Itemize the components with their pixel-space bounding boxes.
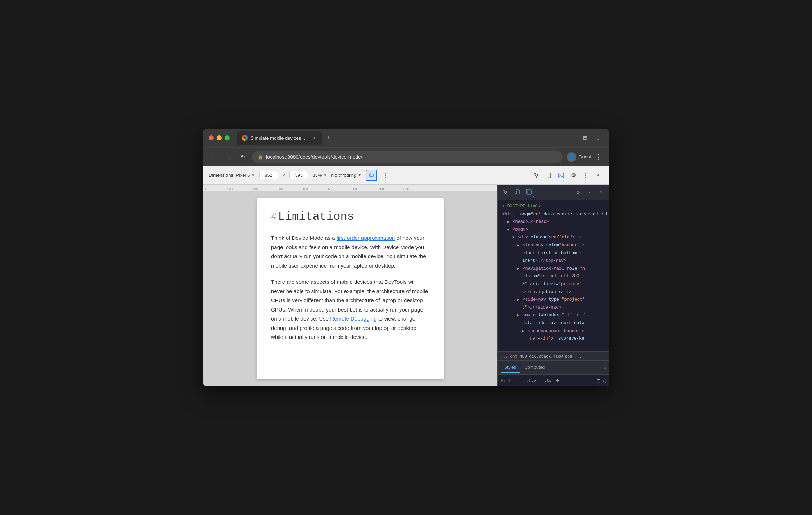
profile-avatar: 👤 <box>567 152 576 162</box>
html-navrail-class: class="lg:pad-left-200 <box>502 273 605 281</box>
close-window-button[interactable] <box>209 135 214 140</box>
viewport-container: 0 100 200 300 400 500 600 700 800 # Limi… <box>203 185 497 386</box>
profile-label: Guest <box>578 154 591 160</box>
maximize-window-button[interactable] <box>225 135 230 140</box>
tab-styles[interactable]: Styles <box>501 363 520 373</box>
filter-icons: ⊟ ◁ <box>596 378 606 384</box>
tab-close-button[interactable]: × <box>311 135 317 141</box>
forward-button[interactable]: → <box>223 152 233 162</box>
zoom-selector[interactable]: 83% ▼ <box>312 173 327 178</box>
tab-favicon <box>242 135 248 141</box>
tab-computed[interactable]: Computed <box>521 363 548 373</box>
html-topnav-line[interactable]: ▶ <top-nav role="banner" c <box>502 242 605 250</box>
first-order-approximation-link[interactable]: first-order approximation <box>337 235 395 241</box>
dimensions-label: Dimensions: Pixel 5 <box>209 173 250 178</box>
zoom-label: 83% <box>312 173 322 178</box>
zoom-arrow-icon: ▼ <box>323 173 327 177</box>
svg-rect-1 <box>548 177 550 178</box>
settings-button[interactable]: ⚙ <box>568 170 579 181</box>
active-tab[interactable]: Simulate mobile devices with D × <box>237 131 322 145</box>
device-mode-toolbar: Dimensions: Pixel 5 ▼ × 83% ▼ No throttl… <box>203 166 609 185</box>
tabs-area: Simulate mobile devices with D × + <box>237 131 576 145</box>
add-style-button[interactable]: + <box>556 377 559 384</box>
dt-device-button[interactable] <box>512 187 522 197</box>
html-navrail-aria: 0" aria-label="primary" <box>502 281 605 288</box>
ruler-mark: 200 <box>252 187 258 191</box>
ruler-mark: 600 <box>353 187 358 191</box>
lock-icon: 🔒 <box>258 154 263 160</box>
paragraph-2: There are some aspects of mobile devices… <box>271 277 429 342</box>
toggle-sidebar-icon[interactable]: ◁ <box>602 378 606 384</box>
html-announcement-line[interactable]: ▶ <announcement-banner c <box>502 327 605 335</box>
device-toolbar-button[interactable] <box>543 170 554 181</box>
dt-settings-button[interactable]: ⚙ <box>573 187 583 197</box>
html-navrail-line[interactable]: ▶ <navigation-rail role="n <box>502 265 605 273</box>
back-button[interactable]: ← <box>209 152 219 162</box>
dimensions-selector[interactable]: Dimensions: Pixel 5 ▼ <box>209 173 255 178</box>
main-area: 0 100 200 300 400 500 600 700 800 # Limi… <box>203 185 609 386</box>
html-scaffold-line[interactable]: ▼ <div class="scaffold"> gr <box>502 234 605 242</box>
paragraph-1: Think of Device Mode as a first-order ap… <box>271 233 429 270</box>
html-head-line[interactable]: ▶ <head>…</head> <box>502 218 605 226</box>
dt-more-button[interactable]: ⋮ <box>585 187 595 197</box>
html-main-line[interactable]: ▶ <main tabindex="-1" id=" <box>502 312 605 319</box>
html-body-line[interactable]: ▼ <body> <box>502 226 605 234</box>
minimize-window-button[interactable] <box>217 135 222 140</box>
devtools-breadcrumb: ... ght-400 div.stack.flow-spa ... <box>498 351 609 361</box>
html-announcement-attrs: nner--info" storace-ke <box>502 335 605 343</box>
address-bar-right: 👤 Guest ⋮ <box>567 152 603 162</box>
devtools-bottom: Styles Computed » :hov .cls + ⊟ ◁ <box>498 361 609 386</box>
heading-hash: # <box>271 211 277 222</box>
title-bar: Simulate mobile devices with D × + ▤ ⌄ <box>203 129 609 147</box>
para1-before-link: Think of Device Mode as a <box>271 235 337 241</box>
reload-button[interactable]: ↻ <box>238 152 248 162</box>
height-input[interactable] <box>289 171 308 179</box>
tab-title: Simulate mobile devices with D <box>251 135 308 141</box>
devtools-panel: ⚙ ⋮ × <!DOCTYPE html> <html lang="en" da… <box>497 185 609 386</box>
more-tools-button[interactable]: ⋮ <box>580 170 591 181</box>
extensions-icon[interactable]: ▤ <box>580 133 590 143</box>
throttle-selector[interactable]: No throttling ▼ <box>331 173 361 178</box>
ruler-mark: 700 <box>378 187 384 191</box>
hov-filter-button[interactable]: :hov <box>525 377 538 384</box>
dt-close-button[interactable]: × <box>596 187 606 197</box>
new-tab-button[interactable]: + <box>323 133 333 143</box>
url-text: localhost:8080/docs/devtools/device-mode… <box>266 154 362 160</box>
console-panel-button[interactable] <box>556 170 567 181</box>
html-topnav-inert: inert>…</top-nav> <box>502 257 605 265</box>
devtools-filter-bar: :hov .cls + ⊟ ◁ <box>498 374 609 386</box>
cls-filter-button[interactable]: .cls <box>541 377 553 384</box>
profile-button[interactable]: 👤 Guest <box>567 152 591 162</box>
ruler-marks: 0 100 200 300 400 500 600 700 800 <box>203 185 497 191</box>
tabs-more-button[interactable]: » <box>603 365 606 371</box>
computed-style-icon[interactable]: ⊟ <box>596 378 601 384</box>
ruler-mark: 500 <box>328 187 333 191</box>
dt-console-button[interactable] <box>524 187 534 197</box>
rotate-button[interactable] <box>366 170 377 181</box>
remote-debugging-link[interactable]: Remote Debugging <box>330 315 376 322</box>
html-html-line[interactable]: <html lang="en" data-cookies-accepted da… <box>502 211 605 219</box>
traffic-lights <box>209 135 230 140</box>
heading-text: Limitations <box>278 210 354 223</box>
ruler-mark: 300 <box>278 187 283 191</box>
dt-inspect-button[interactable] <box>501 187 511 197</box>
styles-filter-input[interactable] <box>501 378 522 383</box>
address-bar: ← → ↻ 🔒 localhost:8080/docs/devtools/dev… <box>203 147 609 166</box>
url-bar[interactable]: 🔒 localhost:8080/docs/devtools/device-mo… <box>252 151 563 163</box>
chevron-down-icon[interactable]: ⌄ <box>593 133 603 143</box>
title-bar-right: ▤ ⌄ <box>580 133 603 143</box>
page-frame: # Limitations Think of Device Mode as a … <box>257 198 444 379</box>
close-devtools-button[interactable]: × <box>592 170 603 181</box>
dimension-separator: × <box>282 173 285 178</box>
viewport-content: # Limitations Think of Device Mode as a … <box>203 191 497 386</box>
html-sidenav-line[interactable]: ▶ <side-nav type="project' <box>502 296 605 304</box>
toolbar-more-button[interactable]: ⋮ <box>383 172 389 179</box>
browser-menu-button[interactable]: ⋮ <box>594 152 603 162</box>
browser-window: Simulate mobile devices with D × + ▤ ⌄ ←… <box>203 129 609 386</box>
inspect-element-button[interactable] <box>531 170 542 181</box>
throttle-label: No throttling <box>331 173 356 178</box>
html-doctype-line: <!DOCTYPE html> <box>502 203 605 211</box>
html-tree: <!DOCTYPE html> <html lang="en" data-coo… <box>498 200 609 351</box>
dt-header-right: ⚙ ⋮ × <box>573 187 606 197</box>
width-input[interactable] <box>259 171 278 179</box>
